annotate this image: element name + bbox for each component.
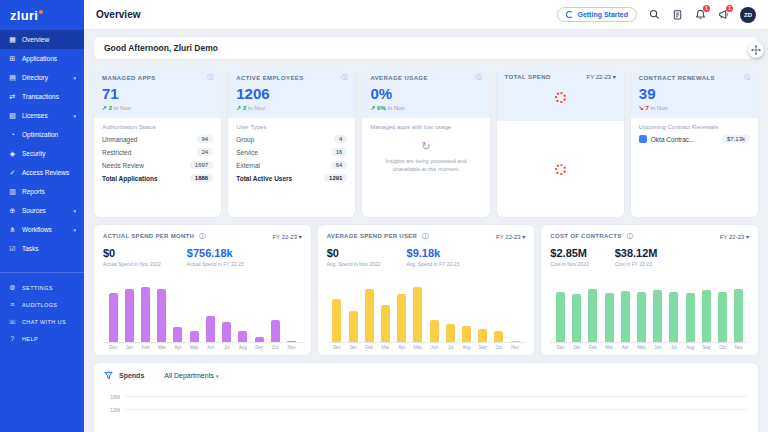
sidebar-item-access-reviews[interactable]: ✓Access Reviews — [0, 163, 84, 182]
x-axis-label: May — [186, 345, 202, 350]
x-axis-label: May — [410, 345, 426, 350]
chart-title: ACTUAL SPEND PER MONTH ⓘ — [103, 232, 205, 241]
bar — [157, 289, 166, 342]
x-axis-label: Sep — [475, 345, 491, 350]
x-axis-labels: DecJanFebMarAprMayJunJulAugSepOctNov — [550, 345, 749, 350]
clipboard-icon[interactable] — [671, 9, 683, 21]
page-title: Overview — [96, 9, 140, 20]
logo-dot — [39, 10, 43, 14]
cost-of-contracts-card: COST OF CONTRACTS ⓘ FY 22-23 ▾ $2.85MCos… — [541, 225, 758, 355]
metric-row-label: Group — [236, 136, 254, 143]
sidebar-footer-menu: ⚙SETTINGS≡AUDITLOGS☏CHAT WITH US?HELP — [0, 272, 84, 347]
info-icon[interactable]: ⓘ — [199, 233, 205, 239]
bar-column — [682, 293, 698, 342]
search-icon[interactable] — [648, 9, 660, 21]
metric-row-value: 1697 — [190, 161, 213, 169]
x-axis-label: Dec — [105, 345, 121, 350]
sidebar-item-overview[interactable]: ▦Overview — [0, 30, 84, 49]
bar-column — [283, 341, 299, 342]
bar-column — [105, 293, 121, 342]
info-icon[interactable]: ⓘ — [744, 73, 750, 82]
processing-spinner-icon: ↻ — [421, 140, 430, 153]
info-icon[interactable]: ⓘ — [422, 233, 428, 239]
renewal-row[interactable]: Okta Contrac... $7.13k — [639, 135, 750, 143]
info-icon[interactable]: ⓘ — [626, 233, 632, 239]
announcements-icon[interactable]: 1 — [717, 9, 729, 21]
x-axis-label: Jun — [650, 345, 666, 350]
topbar: Overview Getting Started 1 — [84, 0, 768, 30]
bar-column — [170, 327, 186, 342]
section-label: Managed apps with low usage — [370, 124, 481, 130]
sidebar-item-reports[interactable]: ▥Reports — [0, 182, 84, 201]
settings-icon: ⚙ — [8, 284, 17, 292]
bar — [511, 341, 520, 342]
bar-column — [345, 311, 361, 342]
app-window: zluri ▦Overview⊞Applications▤Directory▾⇄… — [0, 0, 768, 432]
metric-row-label: Service — [236, 149, 258, 156]
sidebar-item-auditlogs[interactable]: ≡AUDITLOGS — [0, 296, 84, 313]
sidebar-item-transactions[interactable]: ⇄Transactions — [0, 87, 84, 106]
bar — [718, 292, 727, 342]
bar — [413, 287, 422, 342]
trend-down-arrow: ↘ — [639, 105, 646, 111]
info-icon[interactable]: ⓘ — [341, 73, 347, 82]
bar — [462, 326, 471, 342]
notifications-bell-icon[interactable]: 1 — [694, 9, 706, 21]
stat-value: $9.18k — [407, 247, 460, 259]
bar — [255, 337, 264, 342]
loading-spinner-icon — [555, 164, 566, 175]
contract-renewals-card: CONTRACT RENEWALS ⓘ 39 ↘ 7 in Nov Upcomi… — [631, 67, 758, 217]
sidebar-menu: ▦Overview⊞Applications▤Directory▾⇄Transa… — [0, 30, 84, 258]
gridline: 16M — [104, 390, 748, 403]
fiscal-year-dropdown[interactable]: FY 22-23 ▾ — [587, 73, 616, 80]
bar — [702, 290, 711, 342]
metric-row-value: 24 — [197, 148, 214, 156]
card-body: Authorization Status Unmanaged94Restrict… — [94, 118, 221, 217]
sidebar-item-tasks[interactable]: ☑Tasks — [0, 239, 84, 258]
announcements-badge: 1 — [726, 5, 733, 12]
sidebar-item-optimization[interactable]: ◔Optimization — [0, 125, 84, 144]
getting-started-progress-icon — [566, 11, 573, 18]
info-icon[interactable]: ⓘ — [476, 73, 482, 82]
x-axis-label: Mar — [601, 345, 617, 350]
sidebar-item-directory[interactable]: ▤Directory▾ — [0, 68, 84, 87]
renewal-name: Okta Contrac... — [651, 136, 718, 143]
stat-value: $0 — [327, 247, 381, 259]
sidebar-item-chat-with-us[interactable]: ☏CHAT WITH US — [0, 313, 84, 330]
metric-row: Total Active Users1291 — [236, 174, 347, 182]
sidebar-item-help[interactable]: ?HELP — [0, 330, 84, 347]
fiscal-year-dropdown[interactable]: FY 22-23 ▾ — [496, 233, 525, 240]
bar — [572, 294, 581, 342]
directory-icon: ▤ — [8, 74, 17, 82]
sidebar-item-workflows[interactable]: ⋔Workflows▾ — [0, 220, 84, 239]
sidebar-item-licenses[interactable]: ▧Licenses▾ — [0, 106, 84, 125]
department-filter-dropdown[interactable]: All Departments ▾ — [164, 372, 218, 379]
bar — [332, 299, 341, 342]
stat-value: $38.12M — [615, 247, 658, 259]
fiscal-year-dropdown[interactable]: FY 22-23 ▾ — [272, 233, 301, 240]
x-axis-label: Aug — [682, 345, 698, 350]
avatar[interactable]: ZD — [740, 7, 756, 23]
fiscal-year-dropdown[interactable]: FY 22-23 ▾ — [720, 233, 749, 240]
renewal-amount: $7.13k — [722, 135, 750, 143]
bell-badge: 1 — [703, 5, 710, 12]
info-icon[interactable]: ⓘ — [207, 73, 213, 82]
main-area: Overview Getting Started 1 — [84, 0, 768, 432]
getting-started-button[interactable]: Getting Started — [557, 7, 637, 22]
bar-column — [601, 293, 617, 342]
loading-area — [505, 80, 616, 114]
sidebar-item-label: Transactions — [22, 93, 59, 100]
stat-label: Avg. Spend in Nov 2022 — [327, 261, 381, 267]
sidebar-item-sources[interactable]: ⊕Sources▾ — [0, 201, 84, 220]
bar-column — [361, 289, 377, 342]
sidebar-item-settings[interactable]: ⚙SETTINGS — [0, 279, 84, 296]
sidebar-item-security[interactable]: ◈Security — [0, 144, 84, 163]
sidebar-item-label: Access Reviews — [22, 169, 69, 176]
bar-column — [121, 289, 137, 342]
bar-column — [426, 320, 442, 342]
optimization-icon: ◔ — [8, 131, 17, 138]
filter-funnel-icon[interactable] — [104, 371, 113, 380]
trend: ↘ 7 in Nov — [639, 104, 750, 111]
sidebar-item-applications[interactable]: ⊞Applications — [0, 49, 84, 68]
loading-area — [505, 127, 616, 211]
